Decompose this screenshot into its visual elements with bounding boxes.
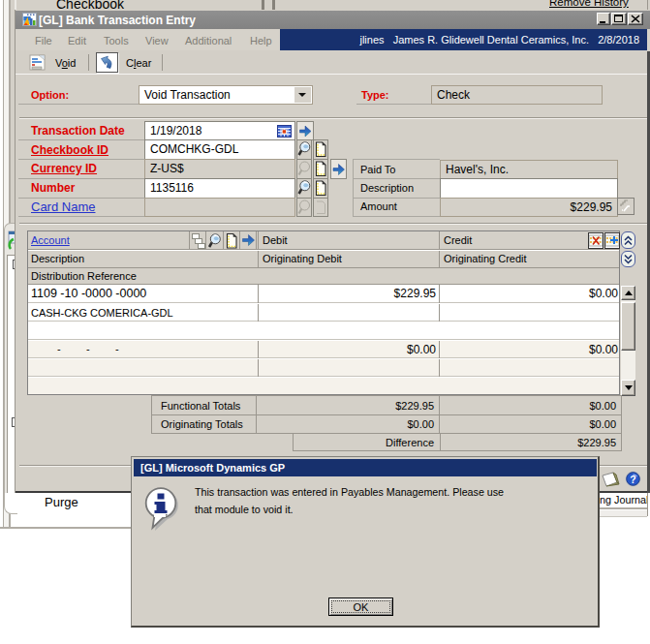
- svg-text:?: ?: [630, 474, 635, 485]
